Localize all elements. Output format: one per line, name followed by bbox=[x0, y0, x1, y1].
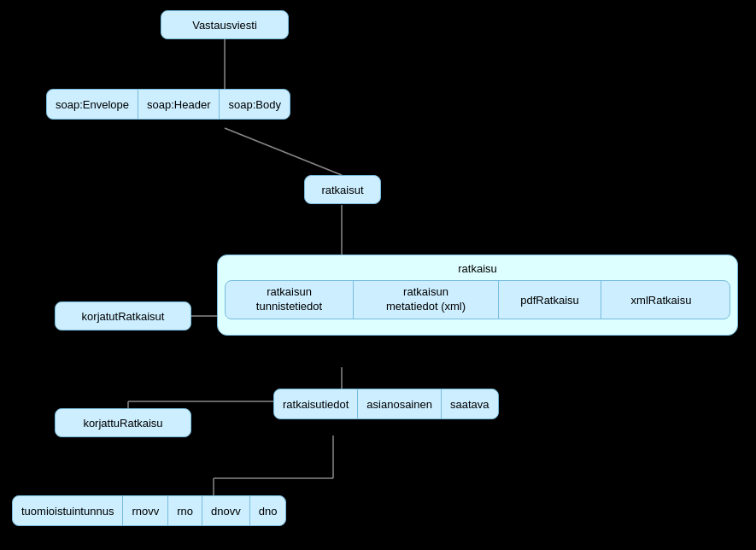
ratkaisun-metatiedot-cell: ratkaisun metatiedot (xml) bbox=[354, 281, 499, 319]
soap-header-label: soap:Header bbox=[147, 98, 210, 111]
soap-header-cell: soap:Header bbox=[138, 90, 220, 119]
saatava-cell: saatava bbox=[442, 389, 498, 418]
bottom-group: tuomioistuintunnus rnovv rno dnovv dno bbox=[12, 495, 286, 526]
soap-body-cell: soap:Body bbox=[220, 90, 289, 119]
soap-group: soap:Envelope soap:Header soap:Body bbox=[46, 89, 290, 120]
vastausviesti-node: Vastausviesti bbox=[161, 10, 289, 39]
korjatut-ratkaisut-node: korjatutRatkaisut bbox=[55, 301, 191, 331]
pdf-ratkaisu-cell: pdfRatkaisu bbox=[499, 281, 601, 319]
dnovv-cell: dnovv bbox=[202, 496, 250, 525]
tuomioistuintunnus-cell: tuomioistuintunnus bbox=[13, 496, 123, 525]
ratkaisun-metatiedot-label: ratkaisun metatiedot (xml) bbox=[386, 285, 466, 314]
pdf-ratkaisu-label: pdfRatkaisu bbox=[520, 294, 579, 307]
soap-body-label: soap:Body bbox=[228, 98, 280, 111]
asianosainen-label: asianosainen bbox=[366, 398, 432, 411]
rno-label: rno bbox=[177, 505, 193, 518]
korjattu-ratkaisu-node: korjattuRatkaisu bbox=[55, 408, 191, 437]
ratkaisu-group-title-label: ratkaisu bbox=[458, 262, 497, 275]
ratkaisut-node: ratkaisut bbox=[304, 175, 381, 204]
diagram: Vastausviesti soap:Envelope soap:Header … bbox=[0, 0, 756, 550]
korjattu-ratkaisu-label: korjattuRatkaisu bbox=[83, 417, 162, 430]
korjatut-ratkaisut-label: korjatutRatkaisut bbox=[82, 310, 165, 323]
ratkaisu-group-title: ratkaisu bbox=[225, 262, 730, 275]
xml-ratkaisu-cell: xmlRatkaisu bbox=[601, 281, 721, 319]
ratkaisun-tunnistetiedot-label: ratkaisun tunnistetiedot bbox=[256, 285, 322, 314]
dno-cell: dno bbox=[250, 496, 286, 525]
xml-ratkaisu-label: xmlRatkaisu bbox=[631, 294, 692, 307]
dno-label: dno bbox=[259, 505, 278, 518]
soap-envelope-label: soap:Envelope bbox=[56, 98, 129, 111]
ratkaisun-tunnistetiedot-cell: ratkaisun tunnistetiedot bbox=[226, 281, 354, 319]
vastausviesti-label: Vastausviesti bbox=[192, 19, 257, 32]
ratkaisutiedot-label: ratkaisutiedot bbox=[283, 398, 349, 411]
ratkaisu-inner-group: ratkaisun tunnistetiedot ratkaisun metat… bbox=[225, 280, 730, 319]
rno-cell: rno bbox=[168, 496, 202, 525]
ratkaisutiedot-cell: ratkaisutiedot bbox=[274, 389, 358, 418]
rnovv-cell: rnovv bbox=[123, 496, 168, 525]
ratkaisutiedot-group: ratkaisutiedot asianosainen saatava bbox=[273, 389, 499, 419]
ratkaisut-label: ratkaisut bbox=[321, 184, 363, 196]
asianosainen-cell: asianosainen bbox=[358, 389, 442, 418]
soap-envelope-cell: soap:Envelope bbox=[47, 90, 138, 119]
rnovv-label: rnovv bbox=[132, 505, 159, 518]
dnovv-label: dnovv bbox=[211, 505, 241, 518]
svg-line-1 bbox=[225, 128, 342, 175]
ratkaisu-outer-group: ratkaisu ratkaisun tunnistetiedot ratkai… bbox=[217, 255, 738, 336]
tuomioistuintunnus-label: tuomioistuintunnus bbox=[21, 505, 114, 518]
saatava-label: saatava bbox=[450, 398, 489, 411]
